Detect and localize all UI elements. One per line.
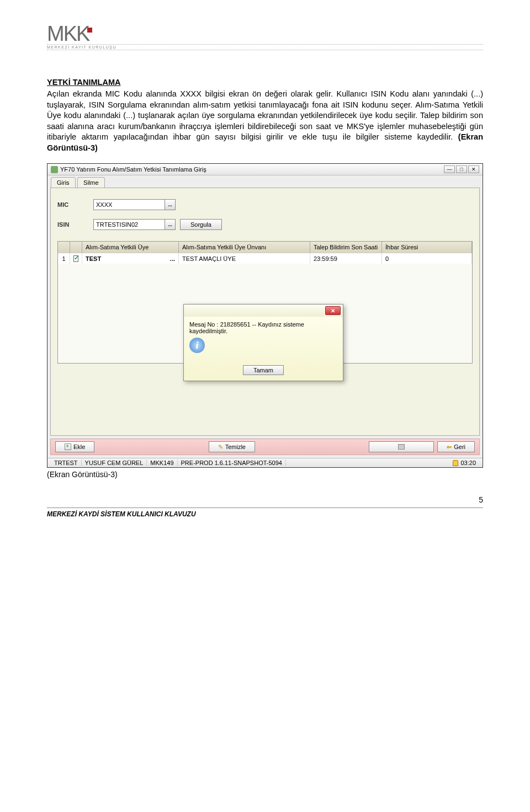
status-version: PRE-PROD 1.6.11-SNAPSHOT-5094 [178, 460, 286, 466]
logo-subtitle: MERKEZİ KAYIT KURULUŞU [47, 44, 483, 50]
row-checkbox[interactable] [70, 253, 82, 264]
mic-label: MIC [57, 201, 93, 208]
temizle-button[interactable]: ✎Temizle [209, 441, 255, 452]
app-icon [51, 166, 58, 173]
dialog-titlebar: ✕ [184, 304, 343, 317]
maximize-button[interactable]: □ [456, 165, 467, 173]
body-paragraph: Açılan ekranda MIC Kodu alanında XXXX bi… [47, 89, 483, 153]
clear-icon: ✎ [218, 444, 223, 451]
col-header-num [58, 242, 70, 253]
dialog-message: Mesaj No : 218285651 -- Kaydınız sisteme… [189, 321, 337, 334]
print-icon [398, 444, 405, 450]
sorgula-button[interactable]: Sorgula [180, 219, 222, 230]
page-number: 5 [47, 495, 483, 504]
row-unvan: TEST AMAÇLI ÜYE [179, 253, 310, 264]
status-user-name: YUSUF CEM GÜREL [82, 460, 147, 466]
status-time: 03:20 [449, 460, 479, 466]
checkbox-icon [73, 255, 78, 262]
row-uye: TEST... [82, 253, 179, 264]
dialog-close-button[interactable]: ✕ [325, 306, 341, 315]
logo-text: MKK [47, 22, 89, 46]
ekle-button[interactable]: Ekle [55, 441, 94, 452]
page-footer: MERKEZİ KAYDİ SİSTEM KULLANICI KLAVUZU [47, 507, 483, 518]
logo: MKK MERKEZİ KAYIT KURULUŞU [47, 22, 483, 50]
isin-lookup-button[interactable]: ... [165, 219, 176, 230]
print-button[interactable] [369, 441, 434, 452]
col-header-chk [70, 242, 82, 253]
minimize-button[interactable]: — [444, 165, 455, 173]
action-bar: Ekle ✎Temizle ⇐Geri [50, 439, 480, 455]
status-terminal: MKK149 [147, 460, 177, 466]
row-talep: 23:59:59 [310, 253, 382, 264]
logo-square-icon [87, 28, 92, 33]
window-titlebar: YF70 Yatırım Fonu Alım/Satım Yetkisi Tan… [47, 164, 483, 175]
table-row[interactable]: 1 TEST... TEST AMAÇLI ÜYE 23:59:59 0 [58, 253, 472, 264]
add-icon [65, 444, 71, 450]
geri-button[interactable]: ⇐Geri [437, 441, 475, 452]
tabstrip: Giris Silme [47, 175, 483, 188]
col-header-unvan: Alım-Satıma Yetkili Üye Ünvanı [179, 242, 310, 253]
tab-giris[interactable]: Giris [51, 177, 76, 188]
col-header-uye: Alım-Satıma Yetkili Üye [82, 242, 179, 253]
row-num: 1 [58, 253, 70, 264]
info-icon: i [189, 338, 205, 353]
col-header-ihbar: İhbar Süresi [382, 242, 472, 253]
isin-label: ISIN [57, 221, 93, 228]
app-window: YF70 Yatırım Fonu Alım/Satım Yetkisi Tan… [47, 163, 483, 468]
figure-caption: (Ekran Görüntüsü-3) [47, 470, 483, 479]
col-header-talep: Talep Bildirim Son Saati [310, 242, 382, 253]
status-user-code: TRTEST [51, 460, 82, 466]
status-bar: TRTEST YUSUF CEM GÜREL MKK149 PRE-PROD 1… [47, 458, 483, 467]
isin-input[interactable] [93, 219, 165, 230]
mic-input[interactable] [93, 199, 165, 210]
mic-lookup-button[interactable]: ... [165, 199, 176, 210]
tab-silme[interactable]: Silme [77, 177, 105, 188]
close-button[interactable]: ✕ [468, 165, 479, 173]
row-ihbar: 0 [382, 253, 472, 264]
window-title: YF70 Yatırım Fonu Alım/Satım Yetkisi Tan… [60, 166, 206, 173]
tab-content: MIC ... ISIN ... Sorgula Alım-Satıma Yet… [50, 188, 480, 436]
row-uye-lookup-icon[interactable]: ... [170, 255, 175, 262]
section-title: YETKİ TANIMLAMA [47, 78, 483, 87]
dialog-ok-button[interactable]: Tamam [243, 365, 284, 375]
lock-icon [453, 460, 458, 466]
back-icon: ⇐ [447, 444, 452, 451]
info-dialog: ✕ Mesaj No : 218285651 -- Kaydınız siste… [183, 304, 343, 381]
body-text-span: Açılan ekranda MIC Kodu alanında XXXX bi… [47, 89, 483, 141]
